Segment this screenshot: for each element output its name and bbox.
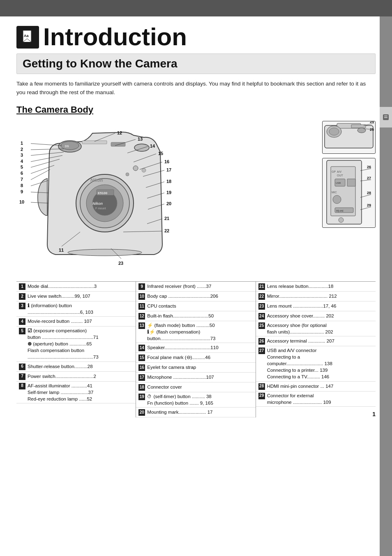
top-view-diagram: 24 25 bbox=[322, 121, 376, 154]
part-18: 18 Connector cover bbox=[136, 382, 255, 392]
section-title: Getting to Know the Camera bbox=[23, 57, 369, 70]
svg-text:27: 27 bbox=[367, 176, 371, 180]
side-view-diagram: GP A/V OUT USB MIC H▷mi bbox=[322, 158, 376, 228]
part-1: 1 Mode dial.............................… bbox=[16, 282, 136, 292]
part-14: 14 Speaker..............................… bbox=[136, 343, 255, 353]
main-content: Aa Introduction Getting to Know the Came… bbox=[0, 16, 392, 426]
part-11: 11 CPU contacts bbox=[136, 301, 255, 311]
svg-text:14: 14 bbox=[150, 144, 155, 148]
part-3: 3 ℹ (information) button................… bbox=[16, 301, 136, 317]
svg-text:GP: GP bbox=[332, 170, 336, 173]
part-28: 28 HDMI mini-pin connector ... 147 bbox=[256, 382, 376, 392]
svg-text:21: 21 bbox=[164, 216, 169, 221]
svg-point-15 bbox=[61, 141, 79, 150]
part-17: 17 Microphone .........................1… bbox=[136, 373, 255, 382]
intro-text: Take a few moments to familiarize yourse… bbox=[16, 80, 376, 97]
part-24: 24 Accessory shoe cover......... 202 bbox=[256, 311, 376, 321]
camera-body-title: The Camera Body bbox=[16, 104, 376, 115]
svg-text:1: 1 bbox=[21, 141, 23, 146]
part-26: 26 Accessory terminal ............. 207 bbox=[256, 336, 376, 346]
part-22: 22 Mirror...............................… bbox=[256, 292, 376, 301]
svg-point-76 bbox=[329, 128, 339, 135]
svg-text:22: 22 bbox=[164, 228, 169, 233]
parts-col-1: 1 Mode dial.............................… bbox=[16, 282, 136, 417]
camera-diagram-main: Nikon F mount E5100 DS Nikon bbox=[16, 121, 318, 273]
svg-text:2: 2 bbox=[21, 147, 23, 152]
svg-text:12: 12 bbox=[117, 130, 122, 135]
svg-text:18: 18 bbox=[166, 179, 171, 184]
svg-point-90 bbox=[333, 195, 341, 204]
svg-text:4: 4 bbox=[21, 159, 23, 164]
page-title: Introduction bbox=[43, 25, 187, 49]
svg-text:9: 9 bbox=[21, 189, 23, 194]
svg-point-24 bbox=[68, 249, 142, 256]
svg-text:13: 13 bbox=[138, 137, 143, 141]
svg-text:MIC: MIC bbox=[332, 191, 337, 194]
part-19: 19 ⏱ (self-timer) button .......... 38Fn… bbox=[136, 392, 255, 408]
svg-text:28: 28 bbox=[367, 191, 371, 195]
svg-text:23: 23 bbox=[118, 261, 123, 266]
svg-rect-20 bbox=[82, 141, 107, 144]
svg-text:5: 5 bbox=[21, 164, 23, 169]
part-4: 4 Movie-record button ......... 107 bbox=[16, 317, 136, 327]
svg-text:DS: DS bbox=[65, 145, 69, 148]
svg-text:8: 8 bbox=[21, 183, 23, 188]
svg-text:Aa: Aa bbox=[24, 34, 29, 38]
svg-rect-88 bbox=[347, 179, 355, 186]
diagram-area: Nikon F mount E5100 DS Nikon bbox=[16, 121, 376, 273]
part-21: 21 Lens release button...............18 bbox=[256, 282, 376, 292]
svg-text:OUT: OUT bbox=[337, 174, 344, 177]
svg-point-23 bbox=[142, 168, 146, 172]
part-25: 25 Accessory shoe (for optionalflash uni… bbox=[256, 321, 376, 336]
svg-text:20: 20 bbox=[166, 201, 171, 206]
parts-list: 1 Mode dial.............................… bbox=[16, 281, 376, 417]
part-13: 13 ⚡ (flash mode) button ..........50ℹ⚡ … bbox=[136, 321, 255, 343]
part-5: 5 ☑ (exposure compensation)button ......… bbox=[16, 327, 136, 361]
page-number: 1 bbox=[372, 411, 376, 417]
svg-text:Nikon: Nikon bbox=[92, 202, 103, 206]
part-23: 23 Lens mount .......................17,… bbox=[256, 301, 376, 311]
svg-point-22 bbox=[126, 173, 129, 176]
svg-text:19: 19 bbox=[166, 190, 171, 195]
part-20: 20 Mounting mark..................... 17 bbox=[136, 408, 255, 417]
svg-text:6: 6 bbox=[21, 171, 23, 176]
parts-col-2: 9 Infrared receiver (front) .......37 10… bbox=[136, 282, 256, 417]
svg-rect-73 bbox=[351, 125, 366, 128]
svg-text:H▷mi: H▷mi bbox=[336, 209, 344, 212]
svg-text:USB: USB bbox=[336, 182, 341, 184]
svg-text:25: 25 bbox=[370, 127, 374, 132]
svg-text:Nikon: Nikon bbox=[90, 178, 103, 183]
part-2: 2 Live view switch..........99, 107 bbox=[16, 292, 136, 301]
part-9: 9 Infrared receiver (front) .......37 bbox=[136, 282, 255, 292]
part-6: 6 Shutter-release button..........28 bbox=[16, 362, 136, 372]
part-12: 12 Built-in flash.......................… bbox=[136, 311, 255, 321]
svg-text:29: 29 bbox=[367, 203, 371, 207]
svg-point-21 bbox=[133, 166, 138, 171]
svg-text:A/V: A/V bbox=[337, 170, 342, 173]
svg-text:26: 26 bbox=[367, 165, 371, 169]
svg-rect-19 bbox=[111, 142, 125, 146]
svg-text:11: 11 bbox=[59, 248, 64, 253]
svg-text:24: 24 bbox=[370, 121, 374, 124]
svg-text:10: 10 bbox=[19, 199, 24, 204]
parts-col-3: 21 Lens release button...............18 … bbox=[256, 282, 376, 417]
top-bar bbox=[0, 0, 392, 16]
section-header: Getting to Know the Camera bbox=[16, 53, 376, 74]
svg-point-17 bbox=[134, 144, 149, 151]
intro-header: Aa Introduction bbox=[16, 25, 376, 49]
part-7: 7 Power switch..........................… bbox=[16, 372, 136, 382]
part-16: 16 Eyelet for camera strap bbox=[136, 363, 255, 373]
part-8: 8 AF-assist illuminator ............41Se… bbox=[16, 382, 136, 403]
part-15: 15 Focal plane mark (⊖)..........46 bbox=[136, 353, 255, 363]
svg-text:15: 15 bbox=[158, 151, 163, 156]
svg-text:3: 3 bbox=[21, 153, 23, 158]
svg-point-101 bbox=[339, 218, 344, 222]
svg-text:E5100: E5100 bbox=[98, 191, 108, 195]
part-27: 27 USB and A/V connectorConnecting to ac… bbox=[256, 346, 376, 381]
svg-text:7: 7 bbox=[21, 177, 23, 182]
part-29: 29 Connector for externalmicrophone ....… bbox=[256, 392, 376, 407]
part-10: 10 Body cap ............................… bbox=[136, 292, 255, 301]
svg-text:F mount: F mount bbox=[95, 207, 106, 210]
svg-line-99 bbox=[360, 207, 371, 210]
intro-icon: Aa bbox=[16, 26, 39, 49]
